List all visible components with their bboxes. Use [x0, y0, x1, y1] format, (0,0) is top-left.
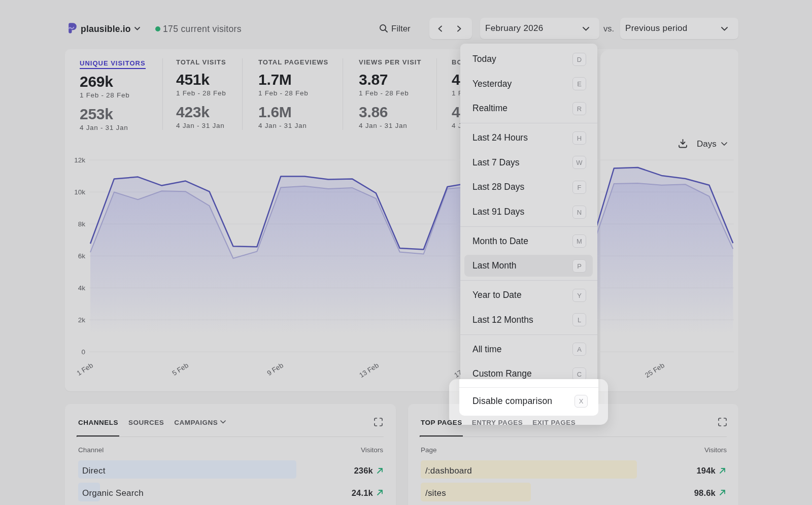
svg-text:6k: 6k	[78, 252, 86, 260]
svg-text:12k: 12k	[74, 156, 85, 164]
svg-text:8k: 8k	[78, 220, 86, 228]
svg-text:10k: 10k	[74, 188, 85, 196]
svg-text:4k: 4k	[78, 284, 86, 292]
svg-text:2k: 2k	[78, 316, 86, 324]
svg-text:0: 0	[81, 348, 85, 356]
